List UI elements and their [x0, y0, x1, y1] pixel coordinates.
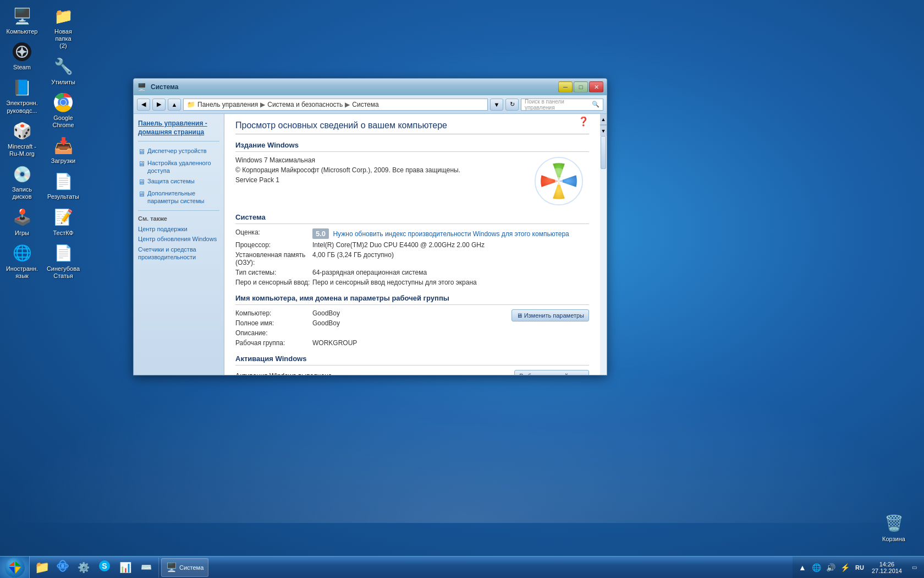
- sidebar-item-remote[interactable]: 🖥 Настройка удаленного доступа: [138, 158, 219, 176]
- tray-network[interactable]: 🌐: [811, 562, 822, 573]
- steam-tb-icon: ⚙️: [78, 561, 90, 574]
- win-sp-value: Service Pack 1: [235, 176, 279, 184]
- scroll-up[interactable]: ▲: [600, 114, 607, 125]
- control-panel-window: 🖥️ Система ─ □ ✕ ◀ ▶ ▲ 📁 Панель управлен…: [133, 78, 607, 375]
- description-row: Описание:: [235, 329, 589, 337]
- taskbar-ie[interactable]: [53, 558, 73, 577]
- desktop-icon-electron[interactable]: 📘 Электронн.руководс...: [3, 74, 41, 116]
- workgroup-label: Рабочая группа:: [235, 339, 312, 347]
- window-icon: 🖥️: [137, 83, 146, 91]
- search-box[interactable]: Поиск в панели управления 🔍: [521, 99, 603, 111]
- taskbar-task-mgr[interactable]: 📊: [116, 558, 135, 577]
- desktop-icon-computer[interactable]: 🖥️ Компьютер: [3, 3, 41, 37]
- forward-button[interactable]: ▶: [152, 99, 166, 111]
- desktop-icon-foreign[interactable]: 🌐 Иностранн.язык: [3, 240, 41, 282]
- performance-label: Счетчики и средства производительности: [138, 246, 219, 261]
- help-area: ❓: [578, 116, 589, 127]
- quick-launch: 📁 ⚙️ S: [30, 558, 159, 577]
- change-params-button[interactable]: 🖥 Изменить параметры: [512, 309, 589, 321]
- desktop-icon-steam[interactable]: Steam: [3, 39, 41, 73]
- sidebar-item-protection[interactable]: 🖥 Защита системы: [138, 176, 219, 188]
- path-part1: Панель управления: [197, 101, 258, 108]
- change-params-label: Изменить параметры: [524, 312, 584, 319]
- refresh-button[interactable]: ↻: [505, 99, 519, 111]
- desktop-icon-utils[interactable]: 🔧 Утилиты: [44, 53, 82, 88]
- path-dropdown[interactable]: ▼: [490, 99, 503, 111]
- tray-show-hidden[interactable]: ▲: [797, 562, 808, 573]
- close-button[interactable]: ✕: [589, 81, 603, 92]
- sidebar-item-device-manager[interactable]: 🖥 Диспетчер устройств: [138, 146, 219, 158]
- tray-notification[interactable]: ▭: [909, 562, 920, 573]
- fullname-label: Полное имя:: [235, 319, 312, 327]
- taskbar-lang-btn[interactable]: ⌨️: [136, 558, 156, 577]
- choose-label: Выбрать настройщик...: [519, 373, 584, 375]
- pen-label: Перо и сенсорный ввод:: [235, 279, 312, 286]
- desktop-icon-results[interactable]: 📄 Результаты: [44, 168, 82, 203]
- fullname-row: Полное имя: GoodBoy: [235, 319, 512, 327]
- recycle-bin[interactable]: 🗑️ Корзина: [875, 510, 913, 545]
- tray-volume[interactable]: 🔊: [826, 562, 837, 573]
- advanced-label: Дополнительные параметры системы: [147, 189, 219, 205]
- windows-section-header: Издание Windows: [235, 141, 589, 152]
- minecraft-label: Minecraft -Ru-M.org: [8, 143, 36, 157]
- start-button[interactable]: [0, 557, 30, 579]
- scrollbar[interactable]: ▲ ▼: [600, 114, 607, 375]
- sidebar-item-update[interactable]: Центр обновления Windows: [138, 234, 219, 244]
- up-button[interactable]: ▲: [168, 99, 181, 111]
- sidebar-item-advanced[interactable]: 🖥 Дополнительные параметры системы: [138, 188, 219, 206]
- minimize-button[interactable]: ─: [558, 81, 573, 92]
- window-title: Система: [151, 83, 556, 91]
- win-copyright-value: © Корпорация Майкрософт (Microsoft Corp.…: [235, 166, 460, 174]
- maximize-button[interactable]: □: [574, 81, 588, 92]
- downloads-icon: 📥: [52, 134, 74, 156]
- support-label: Центр поддержки: [138, 225, 188, 233]
- scroll-down[interactable]: ▼: [600, 125, 607, 136]
- processor-row: Процессор: Intel(R) Core(TM)2 Duo CPU E4…: [235, 241, 589, 249]
- desktop-icon-downloads[interactable]: 📥 Загрузки: [44, 132, 82, 167]
- protection-icon: 🖥: [138, 178, 145, 187]
- records-label: Записьдисков: [12, 186, 32, 200]
- system-window-icon: 🖥️: [166, 562, 177, 573]
- desktop-icon-minecraft[interactable]: 🎲 Minecraft -Ru-M.org: [3, 118, 41, 160]
- desktop-icons-left: 🖥️ Компьютер Steam 📘 Элект: [3, 3, 41, 282]
- taskbar-steam-btn[interactable]: ⚙️: [74, 558, 94, 577]
- results-label: Результаты: [47, 193, 79, 200]
- path-icon: 📁: [187, 101, 195, 108]
- desktop-icon-test-kf[interactable]: 📝 ТестКФ: [44, 204, 82, 239]
- address-bar: ◀ ▶ ▲ 📁 Панель управления ▶ Система и бе…: [134, 95, 607, 114]
- desktop-icon-chrome[interactable]: GoogleChrome: [44, 89, 82, 131]
- system-window-label: Система: [179, 564, 204, 571]
- help-icon[interactable]: ❓: [578, 117, 589, 126]
- clock-date: 27.12.2014: [872, 568, 902, 574]
- desktop-icon-new-folder[interactable]: 📁 Новая папка(2): [44, 3, 82, 52]
- search-icon: 🔍: [592, 101, 600, 108]
- back-button[interactable]: ◀: [137, 99, 150, 111]
- system-tray: ▲ 🌐 🔊 ⚡ RU 14:26 27.12.2014 ▭: [793, 557, 924, 578]
- choose-button[interactable]: Выбрать настройщик...: [514, 370, 589, 375]
- sidebar-item-support[interactable]: Центр поддержки: [138, 224, 219, 234]
- address-path[interactable]: 📁 Панель управления ▶ Система и безопасн…: [183, 99, 488, 111]
- sidebar-item-performance[interactable]: Счетчики и средства производительности: [138, 244, 219, 263]
- tray-ru[interactable]: RU: [854, 562, 865, 573]
- taskbar-explorer[interactable]: 📁: [32, 558, 52, 577]
- task-mgr-icon: 📊: [119, 561, 131, 574]
- activation-section-header: Активация Windows: [235, 355, 589, 366]
- scroll-thumb[interactable]: [601, 136, 606, 169]
- sidebar-divider-2: [138, 210, 219, 211]
- chrome-label: GoogleChrome: [52, 114, 74, 129]
- sidebar-also-label: См. также: [138, 215, 219, 222]
- protection-label: Защита системы: [147, 177, 195, 185]
- taskbar-system-window[interactable]: 🖥️ Система: [161, 558, 208, 577]
- foreign-label: Иностранн.язык: [6, 265, 38, 280]
- win-edition-row: Windows 7 Максимальная: [235, 156, 523, 164]
- taskbar-clock[interactable]: 14:26 27.12.2014: [868, 561, 905, 574]
- score-update-link[interactable]: Нужно обновить индекс производительности…: [333, 230, 569, 238]
- desktop-icon-sinegubova[interactable]: 📄 СинегубоваСтатья: [44, 240, 82, 282]
- tray-power[interactable]: ⚡: [840, 562, 851, 573]
- desktop-icon-records[interactable]: 💿 Записьдисков: [3, 161, 41, 203]
- sidebar-home-link[interactable]: Панель управления - домашняя страница: [138, 119, 219, 137]
- desktop-icon-games[interactable]: 🕹️ Игры: [3, 204, 41, 239]
- test-kf-label: ТестКФ: [53, 230, 73, 237]
- taskbar-skype[interactable]: S: [95, 558, 114, 577]
- ie-icon: [57, 560, 69, 575]
